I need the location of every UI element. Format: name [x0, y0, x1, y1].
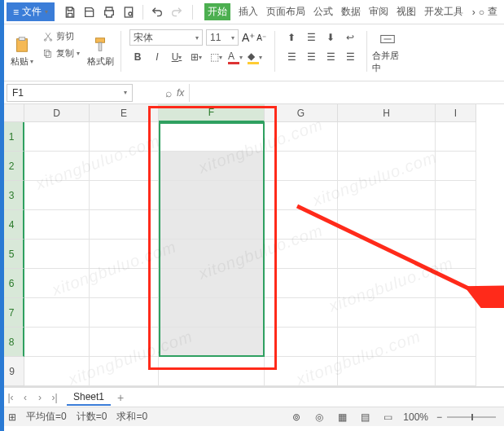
cell[interactable]: [24, 152, 90, 181]
cell[interactable]: [338, 240, 436, 269]
undo-icon[interactable]: [148, 3, 166, 21]
cell[interactable]: [159, 269, 265, 298]
cell[interactable]: [436, 328, 476, 357]
wrap-text-icon[interactable]: ↩: [342, 29, 358, 46]
cell[interactable]: [338, 357, 436, 386]
cell[interactable]: [24, 328, 90, 357]
cell[interactable]: [436, 122, 476, 152]
col-header-D[interactable]: D: [24, 104, 90, 122]
page-layout-view-icon[interactable]: ▭: [380, 411, 395, 423]
cell[interactable]: [338, 328, 436, 357]
name-box[interactable]: F1 ▾: [7, 84, 133, 102]
tab-data[interactable]: 数据: [341, 5, 361, 19]
cell[interactable]: [159, 357, 265, 386]
cell[interactable]: [24, 210, 90, 240]
formula-input[interactable]: [189, 84, 504, 102]
cell[interactable]: [24, 181, 90, 210]
tab-formulas[interactable]: 公式: [313, 5, 333, 19]
cell[interactable]: [338, 298, 436, 328]
cell[interactable]: [265, 181, 338, 210]
cell[interactable]: [90, 122, 159, 152]
print-preview-icon[interactable]: [120, 3, 138, 21]
zoom-slider[interactable]: −: [436, 411, 496, 423]
format-painter-button[interactable]: 格式刷: [85, 29, 116, 74]
tab-insert[interactable]: 插入: [239, 5, 258, 19]
align-right-icon[interactable]: ☰: [322, 49, 339, 65]
cell[interactable]: [24, 269, 90, 298]
cell[interactable]: [159, 152, 265, 181]
cell[interactable]: [265, 122, 338, 152]
sheet-first-icon[interactable]: |‹: [5, 392, 16, 403]
fill-alt-button[interactable]: ⬚▾: [208, 49, 224, 65]
align-top-icon[interactable]: ⬆: [283, 29, 300, 46]
tab-page-layout[interactable]: 页面布局: [266, 5, 305, 19]
cell[interactable]: [338, 210, 436, 240]
cell[interactable]: [90, 298, 159, 328]
cell[interactable]: [24, 240, 90, 269]
cell[interactable]: [265, 328, 338, 357]
cell[interactable]: [265, 357, 338, 386]
spreadsheet-grid[interactable]: D E F G H I 1 2 3 4 5 6 7 8 9: [0, 104, 504, 387]
align-bottom-icon[interactable]: ⬇: [322, 29, 339, 46]
chevron-right-icon[interactable]: ›: [472, 7, 476, 18]
fx-icon[interactable]: fx: [177, 87, 184, 99]
font-size-select[interactable]: 11 ▾: [206, 29, 239, 46]
cell[interactable]: [338, 152, 436, 181]
cloud-icon[interactable]: ⊚: [289, 411, 304, 423]
col-header-I[interactable]: I: [436, 104, 476, 122]
indent-icon[interactable]: ☰: [342, 49, 358, 65]
underline-button[interactable]: U▾: [169, 49, 185, 65]
align-left-icon[interactable]: ☰: [283, 49, 300, 65]
cell[interactable]: [338, 122, 436, 152]
cell[interactable]: [24, 298, 90, 328]
font-name-select[interactable]: 宋体 ▾: [129, 29, 203, 46]
page-break-view-icon[interactable]: ▤: [357, 411, 372, 423]
search-icon[interactable]: ○: [479, 7, 484, 18]
col-header-E[interactable]: E: [90, 104, 159, 122]
cell[interactable]: [436, 210, 476, 240]
eye-icon[interactable]: ◎: [312, 411, 327, 423]
cut-button[interactable]: 剪切: [41, 29, 81, 43]
sheet-next-icon[interactable]: ›: [34, 392, 46, 403]
cell[interactable]: [265, 210, 338, 240]
cell[interactable]: [90, 152, 159, 181]
col-header-F[interactable]: F: [159, 104, 265, 122]
file-menu-button[interactable]: ≡ 文件 ▾: [7, 2, 55, 21]
formula-zoom-icon[interactable]: ⌕: [165, 86, 172, 99]
cell[interactable]: [24, 122, 90, 152]
cell[interactable]: [24, 357, 90, 386]
align-middle-icon[interactable]: ☰: [303, 29, 319, 46]
tab-home[interactable]: 开始: [204, 3, 230, 20]
paste-button[interactable]: 粘贴▾: [7, 29, 37, 74]
align-center-icon[interactable]: ☰: [303, 49, 319, 65]
save-as-icon[interactable]: [81, 3, 99, 21]
zoom-out-icon[interactable]: −: [436, 411, 442, 423]
tab-review[interactable]: 审阅: [369, 5, 388, 19]
italic-button[interactable]: I: [149, 49, 165, 65]
copy-button[interactable]: 复制▾: [41, 46, 81, 60]
cell[interactable]: [265, 240, 338, 269]
cell[interactable]: [436, 152, 476, 181]
col-header-G[interactable]: G: [265, 104, 338, 122]
cell[interactable]: [159, 210, 265, 240]
merge-center-button[interactable]: 合并居中: [372, 29, 403, 74]
cell[interactable]: [159, 181, 265, 210]
cell[interactable]: [265, 269, 338, 298]
border-button[interactable]: ⊞▾: [188, 49, 204, 65]
sheet-tab[interactable]: Sheet1: [67, 389, 111, 406]
cell[interactable]: [159, 298, 265, 328]
col-header-H[interactable]: H: [338, 104, 436, 122]
sheet-last-icon[interactable]: ›|: [49, 392, 60, 403]
cell[interactable]: [338, 269, 436, 298]
cell[interactable]: [436, 357, 476, 386]
decrease-font-icon[interactable]: A⁻: [256, 33, 266, 42]
cell[interactable]: [436, 240, 476, 269]
add-sheet-button[interactable]: +: [117, 391, 124, 404]
cell[interactable]: [436, 269, 476, 298]
cell[interactable]: [436, 181, 476, 210]
tab-developer[interactable]: 开发工具: [424, 5, 463, 19]
redo-icon[interactable]: [168, 3, 186, 21]
font-color-button[interactable]: A▾: [227, 49, 243, 65]
cell[interactable]: [159, 328, 265, 357]
save-icon[interactable]: [61, 3, 79, 21]
